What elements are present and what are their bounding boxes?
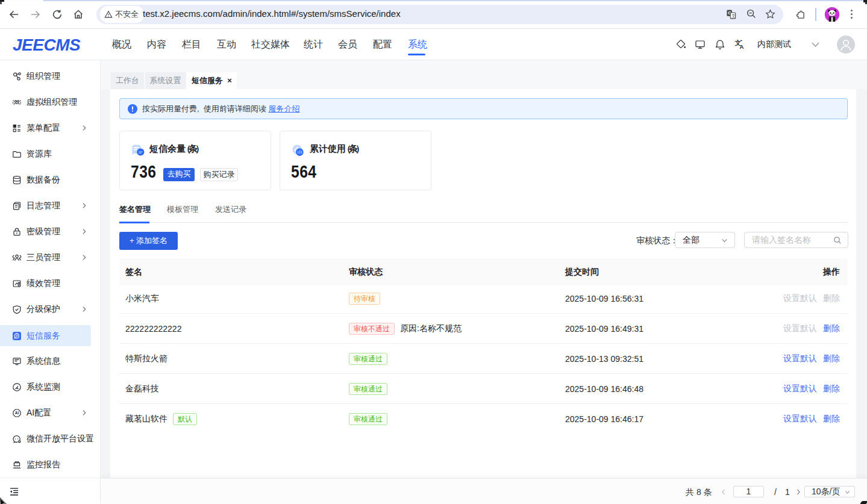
svg-text:文: 文 bbox=[731, 13, 736, 19]
svg-text:AI: AI bbox=[15, 411, 19, 415]
svg-text:A: A bbox=[740, 43, 744, 50]
